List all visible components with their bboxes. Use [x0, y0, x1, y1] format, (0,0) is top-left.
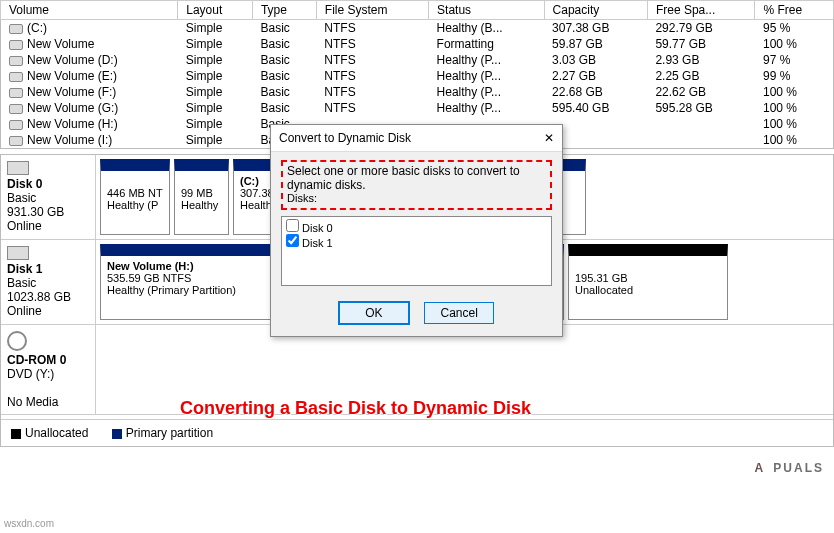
source-tag: wsxdn.com [4, 518, 54, 529]
annotation-caption: Converting a Basic Disk to Dynamic Disk [180, 398, 531, 419]
column-header[interactable]: % Free [755, 1, 834, 20]
dialog-titlebar[interactable]: Convert to Dynamic Disk ✕ [271, 125, 562, 152]
column-header[interactable]: Layout [178, 1, 253, 20]
disk-select-list[interactable]: Disk 0 Disk 1 [281, 216, 552, 286]
drive-icon [9, 104, 23, 114]
partition[interactable]: 195.31 GBUnallocated [568, 244, 728, 320]
column-header[interactable]: Type [252, 1, 316, 20]
hdd-icon [7, 246, 29, 260]
convert-dialog: Convert to Dynamic Disk ✕ Select one or … [270, 124, 563, 337]
drive-icon [9, 40, 23, 50]
drive-icon [9, 56, 23, 66]
cancel-button[interactable]: Cancel [424, 302, 494, 324]
volume-row[interactable]: New VolumeSimpleBasicNTFSFormatting59.87… [1, 36, 834, 52]
partition[interactable]: 446 MB NTHealthy (P [100, 159, 170, 235]
disk-option[interactable]: Disk 1 [286, 234, 547, 249]
column-header[interactable]: File System [316, 1, 428, 20]
drive-icon [9, 24, 23, 34]
dialog-title-text: Convert to Dynamic Disk [279, 131, 411, 145]
volume-row[interactable]: New Volume (D:)SimpleBasicNTFSHealthy (P… [1, 52, 834, 68]
drive-icon [9, 136, 23, 146]
column-header[interactable]: Capacity [544, 1, 647, 20]
disk-checkbox[interactable] [286, 219, 299, 232]
disk-option[interactable]: Disk 0 [286, 219, 547, 234]
drive-icon [9, 72, 23, 82]
disk-checkbox[interactable] [286, 234, 299, 247]
disk-info-0: Disk 0 Basic 931.30 GB Online [1, 155, 96, 239]
volume-row[interactable]: (C:)SimpleBasicNTFSHealthy (B...307.38 G… [1, 20, 834, 37]
dialog-instruction: Select one or more basic disks to conver… [281, 160, 552, 210]
ok-button[interactable]: OK [339, 302, 409, 324]
partition[interactable]: 99 MBHealthy [174, 159, 229, 235]
drive-icon [9, 88, 23, 98]
column-header[interactable]: Status [429, 1, 545, 20]
disk-info-1: Disk 1 Basic 1023.88 GB Online [1, 240, 96, 324]
legend: Unallocated Primary partition [1, 419, 833, 446]
volume-row[interactable]: New Volume (G:)SimpleBasicNTFSHealthy (P… [1, 100, 834, 116]
close-icon[interactable]: ✕ [544, 131, 554, 145]
drive-icon [9, 120, 23, 130]
volume-row[interactable]: New Volume (F:)SimpleBasicNTFSHealthy (P… [1, 84, 834, 100]
column-header[interactable]: Volume [1, 1, 178, 20]
volume-row[interactable]: New Volume (E:)SimpleBasicNTFSHealthy (P… [1, 68, 834, 84]
column-header[interactable]: Free Spa... [647, 1, 755, 20]
watermark: A PUALS [755, 452, 824, 478]
hdd-icon [7, 161, 29, 175]
disk-info-cd: CD-ROM 0 DVD (Y:) No Media [1, 325, 96, 414]
cd-icon [7, 331, 27, 351]
